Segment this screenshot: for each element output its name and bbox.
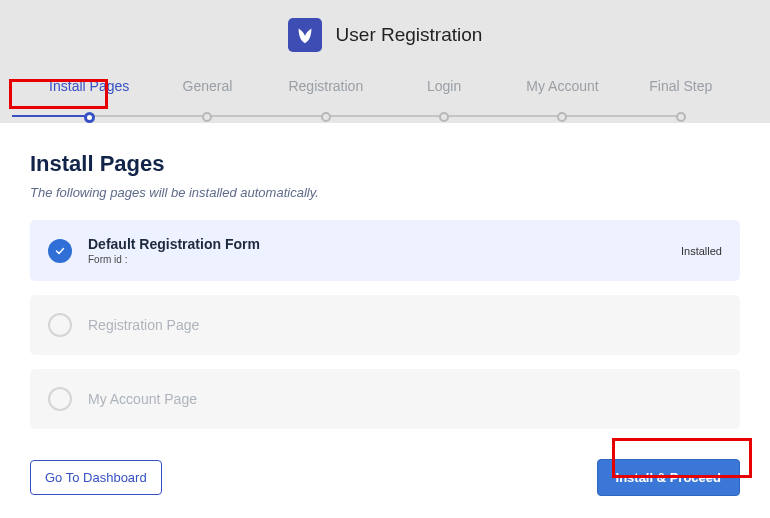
go-to-dashboard-button[interactable]: Go To Dashboard xyxy=(30,460,162,495)
check-icon xyxy=(48,239,72,263)
app-logo-icon xyxy=(288,18,322,52)
step-dot-icon xyxy=(202,112,212,122)
step-label: Registration xyxy=(288,78,363,94)
step-dot-icon xyxy=(557,112,567,122)
step-dot-icon xyxy=(439,112,449,122)
page-heading: Install Pages xyxy=(30,151,740,177)
step-label: General xyxy=(183,78,233,94)
circle-empty-icon xyxy=(48,313,72,337)
app-title: User Registration xyxy=(336,24,483,46)
list-item: My Account Page xyxy=(30,369,740,429)
item-subtext: Form id : xyxy=(88,254,681,265)
item-title: My Account Page xyxy=(88,391,722,407)
step-dot-icon xyxy=(84,112,95,123)
circle-empty-icon xyxy=(48,387,72,411)
page-subtext: The following pages will be installed au… xyxy=(30,185,740,200)
step-label: Final Step xyxy=(649,78,712,94)
list-item: Registration Page xyxy=(30,295,740,355)
item-title: Registration Page xyxy=(88,317,722,333)
title-row: User Registration xyxy=(0,18,770,52)
main-content: Install Pages The following pages will b… xyxy=(0,123,770,429)
item-title: Default Registration Form xyxy=(88,236,681,252)
wizard-stepper: Install Pages General Registration Login… xyxy=(0,78,770,123)
item-status: Installed xyxy=(681,245,722,257)
annotation-highlight xyxy=(9,79,108,109)
step-dot-icon xyxy=(676,112,686,122)
step-label: My Account xyxy=(526,78,598,94)
step-label: Login xyxy=(427,78,461,94)
header-section: User Registration Install Pages General … xyxy=(0,0,770,123)
list-item: Default Registration Form Form id : Inst… xyxy=(30,220,740,281)
step-dot-icon xyxy=(321,112,331,122)
annotation-highlight xyxy=(612,438,752,478)
